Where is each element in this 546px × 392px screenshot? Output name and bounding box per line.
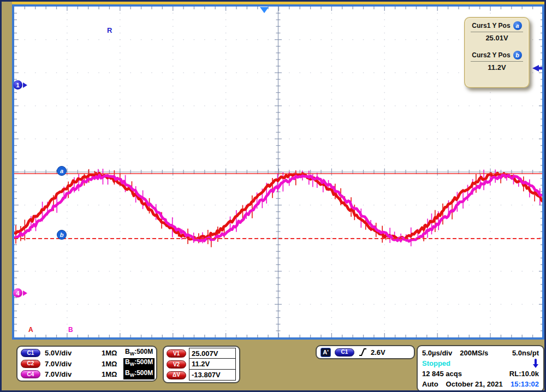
- channel-scale: 7.0V/div: [45, 360, 102, 368]
- time-label: 15:13:02: [511, 380, 539, 388]
- c2-pill[interactable]: C2: [21, 360, 40, 368]
- cursor-measurements[interactable]: V125.007VV211.2VΔV-13.807V: [163, 346, 240, 383]
- channel2-trace: [14, 173, 543, 240]
- record-length: RL:10.0k: [509, 370, 539, 378]
- divider: [471, 61, 523, 62]
- channel-readout-row-c4[interactable]: C47.0V/div1MΩBW:500M: [21, 369, 153, 379]
- channel-scale: 5.0V/div: [45, 349, 102, 357]
- measurement-pill: V1: [167, 349, 186, 358]
- date-label: October 21, 2021: [446, 380, 503, 388]
- channel4-marker-arrow-icon: [23, 290, 27, 296]
- channel-impedance: 1MΩ: [102, 349, 123, 357]
- channel-bandwidth: BW:500M: [123, 348, 155, 358]
- sample-resolution: 5.0ns/pt: [512, 349, 539, 357]
- rising-edge-icon: [358, 347, 367, 357]
- marker-b-label: B: [68, 326, 73, 334]
- measurement-value: 11.2V: [189, 358, 236, 370]
- channel-bandwidth: BW:500M: [123, 358, 155, 369]
- svg-text:b: b: [60, 231, 64, 238]
- trigger-mode: Auto: [422, 380, 438, 388]
- readout-bar: C15.0V/div1MΩBW:500MC27.0V/div1MΩBW:500M…: [2, 340, 544, 390]
- channel4-position-marker[interactable]: 4: [13, 288, 27, 298]
- measurement-pill: V2: [167, 360, 186, 369]
- trigger-indicator-icon: [532, 358, 539, 369]
- cursor1-value: 25.01V: [470, 34, 524, 43]
- measurement-row-v1: V125.007V: [167, 348, 236, 359]
- cursor-b-badge-icon: b: [513, 51, 522, 60]
- timebase-scale: 5.0µs/div: [422, 349, 452, 357]
- trigger-readout[interactable]: A' C1 2.6V: [316, 345, 415, 359]
- acquisition-count: 12 845 acqs: [422, 370, 462, 378]
- horizontal-readout[interactable]: 5.0µs/div 200MS/s 5.0ns/pt Stopped 12 84…: [417, 345, 544, 392]
- sample-rate: 200MS/s: [460, 349, 488, 357]
- cursor-a-badge-icon: a: [513, 21, 522, 30]
- c4-pill[interactable]: C4: [21, 370, 40, 378]
- svg-text:a: a: [60, 168, 63, 174]
- trigger-source-pill: C1: [335, 348, 354, 357]
- channel-readout-row-c2[interactable]: C27.0V/div1MΩBW:500M: [21, 358, 153, 369]
- reference-marker-label: R: [107, 26, 112, 34]
- oscilloscope-screen: abRAB 1 4 Curs1 Y Pos a 25.01V Curs2 Y P…: [0, 0, 546, 392]
- channel-scale: 7.0V/div: [45, 370, 102, 378]
- channel-readout-row-c1[interactable]: C15.0V/div1MΩBW:500M: [21, 348, 153, 358]
- channel1-position-marker[interactable]: 1: [13, 80, 27, 90]
- channel-impedance: 1MΩ: [102, 360, 123, 368]
- trigger-a-badge: A': [321, 348, 331, 357]
- measurement-value: -13.807V: [189, 369, 236, 381]
- channel-impedance: 1MΩ: [102, 370, 123, 378]
- divider: [471, 32, 523, 32]
- display-area: abRAB 1 4 Curs1 Y Pos a 25.01V Curs2 Y P…: [12, 2, 544, 340]
- channel1-marker-label: 1: [13, 80, 22, 90]
- trigger-position-marker[interactable]: [260, 7, 269, 13]
- cursor-a-handle[interactable]: a: [57, 167, 67, 176]
- cursor-b-handle[interactable]: b: [57, 230, 67, 240]
- channel-readouts[interactable]: C15.0V/div1MΩBW:500MC27.0V/div1MΩBW:500M…: [16, 346, 157, 382]
- measurement-row-v2: V211.2V: [167, 359, 236, 370]
- channel1-marker-arrow-icon: [23, 82, 27, 88]
- acquisition-status: Stopped: [422, 359, 450, 367]
- channel4-marker-label: 4: [13, 288, 22, 298]
- cursor1-label: Curs1 Y Pos: [472, 22, 510, 29]
- trigger-level-value: 2.6V: [371, 348, 385, 357]
- measurement-pill: ΔV: [167, 371, 186, 379]
- cursor2-value: 11.2V: [470, 63, 524, 73]
- channel-bandwidth: BW:500M: [123, 369, 155, 379]
- measurement-row-δv: ΔV-13.807V: [167, 370, 236, 381]
- cursor2-label: Curs2 Y Pos: [472, 51, 510, 59]
- c1-pill[interactable]: C1: [21, 349, 40, 357]
- measurement-value: 25.007V: [189, 348, 236, 359]
- marker-a-label: A: [28, 326, 33, 334]
- cursor-readout-panel[interactable]: Curs1 Y Pos a 25.01V Curs2 Y Pos b 11.2V: [464, 17, 530, 88]
